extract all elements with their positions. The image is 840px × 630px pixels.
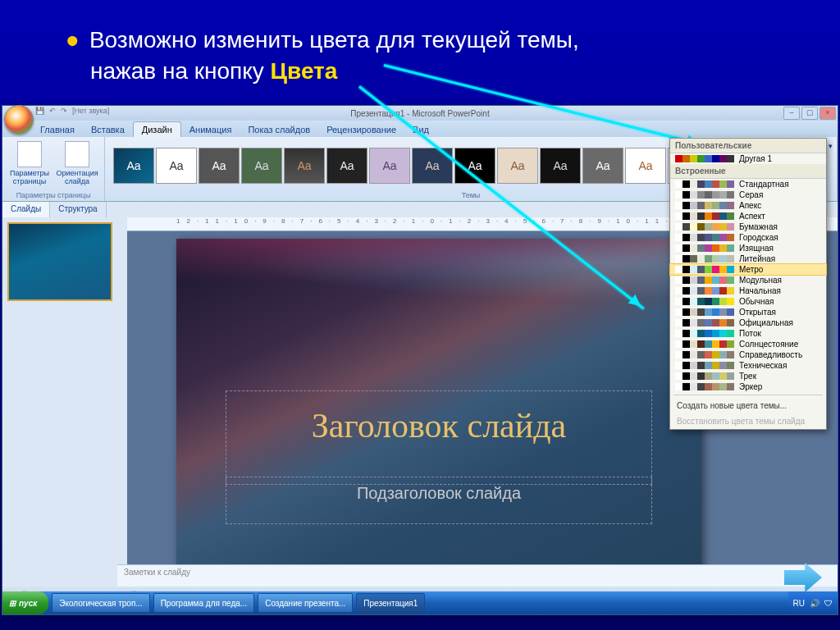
menu-header-builtin: Встроенные [670,164,826,179]
color-scheme-item[interactable]: Модульная [670,275,826,285]
save-icon[interactable]: 💾 [35,107,44,115]
color-scheme-item[interactable]: Аспект [670,211,826,221]
tray-icon[interactable]: 🛡 [824,599,833,608]
title-placeholder[interactable]: Заголовок слайда [226,390,652,485]
menu-header-custom: Пользовательские [670,139,826,153]
color-scheme-item[interactable]: Изящная [670,243,826,253]
color-scheme-item[interactable]: Трек [670,371,826,381]
ribbon-tab[interactable]: Анимация [181,122,240,137]
ribbon-tab[interactable]: Дизайн [133,121,181,137]
maximize-button[interactable]: ▢ [801,107,818,120]
theme-thumbnail[interactable]: Aa [582,148,623,184]
start-button[interactable]: ⊞пуск [2,591,48,614]
taskbar-item[interactable]: Презентация1 [356,593,425,613]
taskbar-item[interactable]: Создание презента... [258,593,353,613]
color-scheme-item[interactable]: Бумажная [670,221,826,232]
color-scheme-item[interactable]: Апекс [670,200,826,211]
color-scheme-item[interactable]: Другая 1 [670,153,826,164]
color-scheme-item[interactable]: Обычная [670,296,826,307]
theme-thumbnail[interactable]: Aa [284,148,325,184]
windows-taskbar: ⊞пуск Экологическая троп...Программа для… [2,591,838,614]
minimize-button[interactable]: – [783,107,800,120]
slide-orientation-button[interactable]: Ориентация слайда [55,139,99,185]
color-scheme-item[interactable]: Серая [670,189,826,200]
slides-tab[interactable]: Слайды [2,202,50,218]
taskbar-item[interactable]: Программа для педа... [153,593,255,613]
theme-thumbnail[interactable]: Aa [326,148,368,184]
colors-dropdown-menu: Пользовательские Другая 1 Встроенные Ста… [669,138,827,430]
color-scheme-item[interactable]: Начальная [670,285,826,296]
theme-thumbnail[interactable]: Aa [199,148,240,184]
theme-thumbnail[interactable]: Aa [497,148,538,184]
slide-thumbnail-1[interactable] [7,222,112,301]
ribbon-tab[interactable]: Вставка [83,122,133,137]
theme-thumbnail[interactable]: Aa [241,148,282,184]
close-button[interactable]: × [819,107,836,120]
ribbon-tab[interactable]: Рецензирование [318,122,404,137]
color-scheme-item[interactable]: Открытая [670,307,826,317]
bullet-icon: ● [66,27,80,52]
office-button[interactable] [4,105,34,135]
undo-icon[interactable]: ↶ [49,107,56,115]
tray-icon[interactable]: 🔊 [810,599,819,608]
sound-indicator: [Нет звука] [72,107,109,115]
quick-access-toolbar[interactable]: 💾 ↶ ↷ [Нет звука] [35,107,109,115]
color-scheme-item[interactable]: Техническая [670,360,826,371]
start-icon: ⊞ [9,599,16,608]
subtitle-placeholder[interactable]: Подзаголовок слайда [226,477,652,524]
redo-icon[interactable]: ↷ [61,107,67,115]
color-scheme-item[interactable]: Поток [670,328,826,339]
color-scheme-item[interactable]: Эркер [670,381,826,392]
theme-thumbnail[interactable]: Aa [540,148,581,184]
outline-tab[interactable]: Структура [50,202,106,218]
create-colors-menuitem[interactable]: Создать новые цвета темы... [670,398,826,413]
tray-lang[interactable]: RU [793,599,805,608]
window-title: Презентация1 - Microsoft PowerPoint [350,109,489,118]
notes-pane[interactable]: Заметки к слайду [117,564,838,587]
theme-thumbnail[interactable]: Aa [625,148,666,184]
ribbon-tab[interactable]: Показ слайдов [240,122,318,137]
color-scheme-item[interactable]: Солнцестояние [670,339,826,349]
reset-colors-menuitem: Восстановить цвета темы слайда [670,413,826,429]
theme-thumbnail[interactable]: Aa [156,148,197,184]
taskbar-item[interactable]: Экологическая троп... [52,593,149,613]
color-scheme-item[interactable]: Стандартная [670,179,826,189]
page-setup-group: Параметры страницы Ориентация слайда Пар… [2,137,105,201]
color-scheme-item[interactable]: Метро [670,264,826,275]
color-scheme-item[interactable]: Литейная [670,253,826,264]
thumbnail-pane[interactable] [2,217,127,587]
color-scheme-item[interactable]: Официальная [670,317,826,328]
color-scheme-item[interactable]: Справедливость [670,349,826,360]
titlebar: 💾 ↶ ↷ [Нет звука] Презентация1 - Microso… [2,106,838,121]
theme-thumbnail[interactable]: Aa [113,148,154,184]
ribbon-tab[interactable]: Главная [32,122,83,137]
system-tray[interactable]: RU 🔊 🛡 [788,591,838,614]
page-params-button[interactable]: Параметры страницы [7,139,52,185]
color-scheme-item[interactable]: Городская [670,232,826,243]
theme-thumbnail[interactable]: Aa [369,148,410,184]
